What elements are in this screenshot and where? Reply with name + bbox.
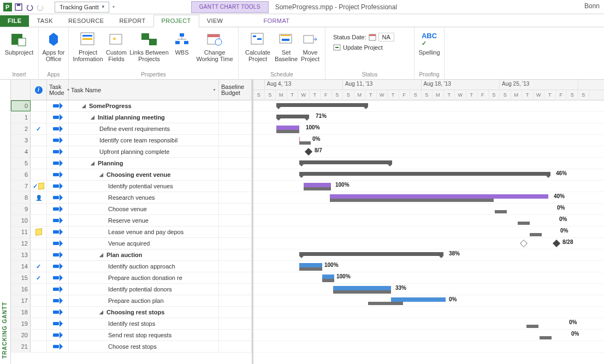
table-row[interactable]: 4Upfront planning complete [11, 146, 252, 158]
row-baseline[interactable] [219, 192, 252, 203]
row-id[interactable]: 0 [11, 100, 31, 111]
apps-for-office-button[interactable]: Apps for Office [42, 29, 65, 63]
row-task-name[interactable]: Choose rest stops [69, 341, 219, 352]
table-row[interactable]: 2✓Define event requirements [11, 123, 252, 135]
row-id[interactable]: 4 [11, 146, 31, 157]
collapse-icon[interactable]: ◢ [99, 252, 105, 258]
row-baseline[interactable] [219, 204, 252, 214]
row-id[interactable]: 19 [11, 318, 31, 329]
row-baseline[interactable] [219, 249, 252, 260]
gantt-row[interactable] [253, 158, 604, 169]
view-selector[interactable]: Tracking Gantt ▼ [55, 2, 109, 13]
table-row[interactable]: 3Identify core team responsibil [11, 135, 252, 146]
row-task-name[interactable]: Prepare auction donation re [69, 272, 219, 283]
gantt-row[interactable]: 100% [253, 272, 604, 284]
row-task-name[interactable]: ◢Choosing rest stops [69, 307, 219, 318]
table-row[interactable]: 17Prepare auction plan [11, 295, 252, 307]
row-id[interactable]: 17 [11, 295, 31, 306]
wbs-button[interactable]: WBS [170, 29, 193, 63]
gantt-row[interactable]: 46% [253, 169, 604, 181]
row-id[interactable]: 7 [11, 181, 31, 192]
table-row[interactable]: 20Send rest stop requests [11, 330, 252, 341]
row-baseline[interactable] [219, 307, 252, 318]
collapse-icon[interactable]: ◢ [99, 309, 105, 315]
links-between-button[interactable]: Links Between Projects [129, 29, 169, 63]
custom-fields-button[interactable]: ✶ Custom Fields [105, 29, 128, 63]
row-task-name[interactable]: Define event requirements [69, 123, 219, 134]
table-row[interactable]: 5◢Planning [11, 158, 252, 169]
row-id[interactable]: 3 [11, 135, 31, 146]
row-task-name[interactable]: Prepare auction plan [69, 295, 219, 306]
table-row[interactable]: 13◢Plan auction [11, 249, 252, 261]
row-baseline[interactable] [219, 215, 252, 226]
row-id[interactable]: 1 [11, 112, 31, 123]
gantt-row[interactable]: 8/28 [253, 238, 604, 249]
gantt-row[interactable]: 71% [253, 112, 604, 123]
row-id[interactable]: 15 [11, 272, 31, 283]
col-baseline-budget[interactable]: Baseline Budget [219, 80, 252, 100]
row-id[interactable]: 18 [11, 307, 31, 318]
tab-resource[interactable]: RESOURCE [61, 15, 112, 27]
row-baseline[interactable] [219, 261, 252, 272]
row-baseline[interactable] [219, 226, 252, 237]
row-task-name[interactable]: Send rest stop requests [69, 330, 219, 341]
gantt-row[interactable]: 0% [253, 226, 604, 238]
row-id[interactable]: 6 [11, 169, 31, 180]
gantt-row[interactable]: 0% [253, 295, 604, 307]
change-working-time-button[interactable]: Change Working Time [194, 29, 235, 63]
gantt-row[interactable] [253, 307, 604, 318]
gantt-row[interactable] [253, 341, 604, 353]
table-row[interactable]: 19Identify rest stops [11, 318, 252, 330]
gantt-row[interactable]: 0% [253, 135, 604, 146]
row-id[interactable]: 5 [11, 158, 31, 169]
collapse-icon[interactable]: ◢ [99, 172, 105, 177]
update-project-button[interactable]: Update Project [333, 44, 406, 51]
row-task-name[interactable]: Identify core team responsibil [69, 135, 219, 146]
row-id[interactable]: 11 [11, 226, 31, 237]
row-baseline[interactable] [219, 112, 252, 123]
collapse-icon[interactable]: ◢ [91, 115, 96, 120]
tab-format[interactable]: FORMAT [256, 15, 297, 27]
row-baseline[interactable] [219, 100, 252, 111]
row-task-name[interactable]: ◢SomeProgress [69, 100, 219, 111]
table-row[interactable]: 1◢Initial planning meeting [11, 112, 252, 123]
table-row[interactable]: 0◢SomeProgress [11, 100, 252, 112]
row-baseline[interactable] [219, 181, 252, 192]
collapse-icon[interactable]: ◢ [82, 103, 87, 109]
row-baseline[interactable] [219, 158, 252, 169]
gantt-row[interactable]: 100% [253, 261, 604, 272]
tab-task[interactable]: TASK [29, 15, 61, 27]
gantt-row[interactable]: 100% [253, 123, 604, 135]
row-id[interactable]: 2 [11, 123, 31, 134]
gantt-row[interactable]: 40% [253, 192, 604, 204]
row-task-name[interactable]: ◢Plan auction [69, 249, 219, 260]
gantt-row[interactable]: 0% [253, 215, 604, 226]
table-row[interactable]: 21Choose rest stops [11, 341, 252, 353]
col-indicators[interactable]: i [31, 80, 47, 100]
row-baseline[interactable] [219, 238, 252, 249]
table-row[interactable]: 14✓Identify auction approach [11, 261, 252, 272]
row-baseline[interactable] [219, 330, 252, 341]
gantt-row[interactable]: 100% [253, 181, 604, 192]
row-baseline[interactable] [219, 123, 252, 134]
row-id[interactable]: 13 [11, 249, 31, 260]
row-baseline[interactable] [219, 146, 252, 157]
gantt-chart[interactable]: Aug 4, '13Aug 11, '13Aug 18, '13Aug 25, … [253, 80, 604, 364]
gantt-row[interactable]: 38% [253, 249, 604, 261]
row-id[interactable]: 16 [11, 284, 31, 295]
gantt-row[interactable] [253, 100, 604, 112]
row-baseline[interactable] [219, 341, 252, 352]
row-task-name[interactable]: Upfront planning complete [69, 146, 219, 157]
undo-icon[interactable] [25, 3, 34, 11]
row-task-name[interactable]: ◢Choosing event venue [69, 169, 219, 180]
save-icon[interactable] [14, 3, 23, 11]
tab-project[interactable]: PROJECT [153, 15, 199, 27]
row-baseline[interactable] [219, 272, 252, 283]
tab-report[interactable]: REPORT [112, 15, 153, 27]
move-project-button[interactable]: Move Project [299, 29, 322, 63]
spelling-button[interactable]: ABC✓ Spelling [418, 29, 441, 57]
row-id[interactable]: 12 [11, 238, 31, 249]
project-information-button[interactable]: Project Information [72, 29, 104, 63]
table-row[interactable]: 10Reserve venue [11, 215, 252, 226]
row-task-name[interactable]: Venue acquired [69, 238, 219, 249]
